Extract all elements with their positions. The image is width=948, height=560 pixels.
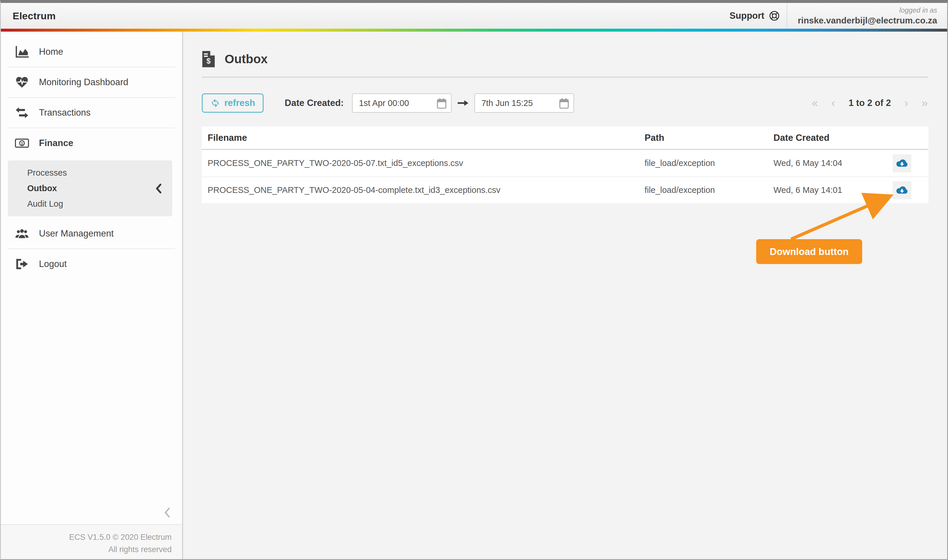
- page-title: Outbox: [225, 52, 268, 66]
- submenu-item-processes[interactable]: Processes: [8, 165, 172, 181]
- page-title-row: $ Outbox: [202, 50, 928, 68]
- app-window: Electrum Support logged in as rinske.van…: [0, 0, 948, 560]
- sidebar-item-label: Finance: [39, 138, 73, 148]
- chevron-left-icon: [163, 507, 170, 518]
- users-icon: [13, 228, 31, 239]
- rights-text: All rights reserved: [1, 544, 172, 556]
- refresh-label: refresh: [224, 98, 255, 108]
- svg-text:$: $: [207, 57, 211, 65]
- submenu-item-outbox[interactable]: Outbox: [8, 181, 172, 196]
- logged-in-as-label: logged in as: [899, 6, 937, 15]
- date-from-field: [352, 93, 452, 113]
- sidebar-footer: ECS V1.5.0 © 2020 Electrum All rights re…: [1, 524, 182, 560]
- sidebar-item-monitoring-dashboard[interactable]: Monitoring Dashboard: [1, 67, 182, 97]
- title-divider: [202, 77, 928, 78]
- area-chart-icon: [13, 46, 31, 58]
- app-header: Electrum Support logged in as rinske.van…: [1, 3, 947, 29]
- sidebar-item-label: Monitoring Dashboard: [39, 77, 128, 88]
- first-page-button[interactable]: «: [812, 97, 818, 109]
- date-filter-label: Date Created:: [285, 98, 344, 108]
- pagination: « ‹ 1 to 2 of 2 › »: [812, 97, 928, 109]
- cell-date-created: Wed, 6 May 14:01: [768, 185, 878, 195]
- arrow-right-icon: [457, 99, 469, 107]
- outbox-files-table: Filename Path Date Created PROCESS_ONE_P…: [202, 126, 928, 203]
- download-button[interactable]: [893, 181, 911, 199]
- sidebar-item-label: Transactions: [39, 108, 91, 118]
- sidebar-item-label: Home: [39, 46, 63, 57]
- chevron-left-icon: [155, 183, 162, 194]
- submenu-item-label: Processes: [27, 168, 67, 178]
- cell-date-created: Wed, 6 May 14:04: [768, 158, 878, 168]
- rainbow-divider: [1, 29, 947, 32]
- next-page-button[interactable]: ›: [904, 97, 908, 109]
- cell-filename: PROCESS_ONE_PARTY_TWO-2020-05-04-complet…: [202, 185, 639, 195]
- download-button[interactable]: [893, 154, 911, 172]
- support-link[interactable]: Support: [723, 3, 787, 29]
- money-bill-icon: 1: [13, 138, 31, 148]
- column-header-date-created: Date Created: [768, 132, 878, 143]
- version-text: ECS V1.5.0 © 2020 Electrum: [1, 531, 172, 544]
- column-header-filename: Filename: [202, 132, 639, 143]
- cloud-download-icon: [896, 158, 908, 168]
- exchange-arrows-icon: [13, 107, 31, 118]
- calendar-icon[interactable]: [437, 98, 446, 110]
- cloud-download-icon: [896, 185, 908, 195]
- column-header-path: Path: [639, 132, 768, 143]
- sidebar-item-home[interactable]: Home: [1, 37, 182, 67]
- header-right: Support logged in as rinske.vanderbijl@e…: [723, 3, 947, 29]
- table-row: PROCESS_ONE_PARTY_TWO-2020-05-04-complet…: [202, 177, 928, 203]
- sidebar-item-label: User Management: [39, 228, 114, 239]
- file-invoice-dollar-icon: $: [202, 50, 215, 68]
- cell-filename: PROCESS_ONE_PARTY_TWO-2020-05-07.txt_id5…: [202, 158, 639, 168]
- last-page-button[interactable]: »: [922, 97, 928, 109]
- prev-page-button[interactable]: ‹: [831, 97, 835, 109]
- svg-text:1: 1: [21, 141, 23, 146]
- submenu-item-audit-log[interactable]: Audit Log: [8, 196, 172, 212]
- date-to-field: [475, 93, 574, 113]
- submenu-item-label: Audit Log: [27, 199, 63, 209]
- table-row: PROCESS_ONE_PARTY_TWO-2020-05-07.txt_id5…: [202, 150, 928, 177]
- heartbeat-icon: [13, 76, 31, 88]
- sidebar-item-user-management[interactable]: User Management: [1, 218, 182, 249]
- submenu-item-label: Outbox: [27, 183, 57, 193]
- sidebar: Home Monitoring Dashboard: [1, 32, 183, 560]
- sync-icon: [210, 98, 220, 108]
- logged-in-user: logged in as rinske.vanderbijl@electrum.…: [787, 3, 947, 29]
- toolbar: refresh Date Created:: [202, 93, 928, 113]
- finance-submenu: Processes Outbox Audit Log: [8, 160, 172, 216]
- brand-logo: Electrum: [1, 10, 55, 22]
- support-label: Support: [729, 11, 765, 21]
- calendar-icon[interactable]: [560, 98, 569, 110]
- sign-out-icon: [13, 258, 31, 269]
- pagination-range-text: 1 to 2 of 2: [849, 98, 891, 108]
- main-content: $ Outbox refresh Date Created:: [183, 32, 947, 560]
- date-from-input[interactable]: [353, 98, 425, 108]
- date-to-input[interactable]: [475, 98, 548, 108]
- table-header-row: Filename Path Date Created: [202, 126, 928, 150]
- cell-path: file_load/exception: [639, 185, 768, 195]
- sidebar-item-finance[interactable]: 1 Finance: [1, 128, 182, 158]
- user-email: rinske.vanderbijl@electrum.co.za: [798, 15, 937, 26]
- sidebar-item-label: Logout: [39, 259, 67, 269]
- refresh-button[interactable]: refresh: [202, 93, 264, 113]
- annotation-callout: Download button: [756, 239, 862, 264]
- cell-path: file_load/exception: [639, 158, 768, 168]
- sidebar-collapse-button[interactable]: [163, 507, 170, 519]
- life-ring-icon: [769, 11, 780, 21]
- sidebar-item-logout[interactable]: Logout: [1, 249, 182, 279]
- sidebar-item-transactions[interactable]: Transactions: [1, 98, 182, 128]
